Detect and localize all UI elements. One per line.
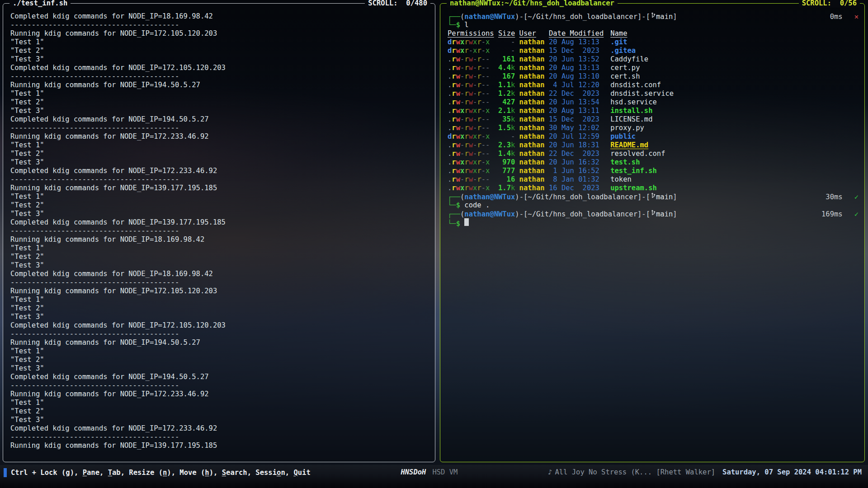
file-row: .rwxrwxr-x777nathan 1 Jun 16:52test_inf.… — [448, 167, 864, 175]
file-row: .rw-rw-r--4.4knathan20 Aug 13:13cert.py — [448, 64, 864, 72]
file-name: LICENSE.md — [608, 115, 864, 124]
session-name: HNSDoH — [401, 468, 426, 477]
keybind-hint-text: Ctrl + Lock (g), Pane, Tab, Resize (n), … — [11, 469, 311, 477]
command-line: └─$ l — [448, 21, 864, 29]
output-line: "Test 1" — [10, 38, 434, 47]
file-name: .gitea — [608, 47, 864, 55]
output-line: "Test 1" — [10, 192, 434, 201]
file-row: .rw-rw-r--1.5knathan30 May 12:02proxy.py — [448, 124, 864, 132]
output-line: Completed kdig commands for NODE_IP=172.… — [10, 64, 434, 72]
file-name: upstream.sh — [608, 184, 864, 192]
file-row: .rw-rw-r--1.4knathan22 Dec 2023resolved.… — [448, 150, 864, 158]
now-playing: ♪All Joy No Stress (K... [Rhett Walker] — [548, 468, 715, 477]
output-line: ---------------------------------------- — [10, 381, 434, 390]
file-row: .rw-rw-r--161nathan20 Jun 13:52Caddyfile — [448, 55, 864, 64]
right-terminal-output[interactable]: ┌──(nathan@NWTux)-[~/Git/hns_doh_loadbal… — [441, 9, 864, 461]
output-line: "Test 2" — [10, 150, 434, 158]
file-name: dnsdist.conf — [608, 81, 864, 89]
status-bar: Ctrl + Lock (g), Pane, Tab, Resize (n), … — [0, 465, 868, 488]
typed-command — [460, 21, 464, 29]
prompt-line: ┌──(nathan@NWTux)-[~/Git/hns_doh_loadbal… — [448, 192, 864, 201]
left-terminal-output[interactable]: Completed kdig commands for NODE_IP=18.1… — [4, 9, 434, 461]
left-pane-title: ./test_inf.sh — [9, 0, 71, 8]
file-name: test_inf.sh — [608, 167, 864, 175]
file-name: Caddyfile — [608, 55, 864, 64]
file-row: drwxrwxr-x-nathan20 Jul 12:59public — [448, 132, 864, 141]
command-ok-icon: ✓ — [854, 193, 859, 201]
mode-indicator-block — [4, 468, 7, 477]
output-line: "Test 1" — [10, 296, 434, 304]
git-branch-icon — [651, 210, 656, 219]
output-line: ---------------------------------------- — [10, 330, 434, 338]
output-line: "Test 2" — [10, 253, 434, 261]
output-line: Running kdig commands for NODE_IP=18.169… — [10, 235, 434, 244]
output-line: "Test 1" — [10, 89, 434, 98]
git-branch-icon — [651, 192, 656, 202]
music-note-icon: ♪ — [548, 468, 552, 476]
tab-name: HSD VM — [432, 468, 458, 477]
output-line: "Test 2" — [10, 98, 434, 107]
clock: Saturday, 07 Sep 2024 04:01:12 PM — [722, 468, 862, 477]
file-row: .rw-rw-r--1.1knathan 4 Jul 12:20dnsdist.… — [448, 81, 864, 89]
command-line: └─$ code . — [448, 201, 864, 210]
file-row: drwxrwxr-x-nathan20 Aug 13:13.git — [448, 38, 864, 47]
file-row: .rw-rw-r--35knathan15 Dec 2023LICENSE.md — [448, 115, 864, 124]
command-duration: 0ms✕ — [830, 13, 859, 21]
output-line: Running kdig commands for NODE_IP=139.17… — [10, 441, 434, 450]
file-name: proxy.py — [608, 124, 864, 132]
output-line: Running kdig commands for NODE_IP=172.23… — [10, 132, 434, 141]
output-line: "Test 3" — [10, 107, 434, 115]
output-line: ---------------------------------------- — [10, 72, 434, 81]
file-row: drwxr-xr-x-nathan15 Dec 2023.gitea — [448, 47, 864, 55]
active-prompt-line[interactable]: └─$ — [448, 218, 864, 227]
output-line: Running kdig commands for NODE_IP=194.50… — [10, 81, 434, 89]
file-name: resolved.conf — [608, 150, 864, 158]
prompt-line: ┌──(nathan@NWTux)-[~/Git/hns_doh_loadbal… — [448, 12, 864, 21]
file-name: README.md — [608, 141, 864, 150]
output-line: Running kdig commands for NODE_IP=172.23… — [10, 390, 434, 399]
command-ok-icon: ✓ — [854, 210, 859, 218]
prompt-user-host: nathan@NWTux — [464, 13, 515, 21]
output-line: ---------------------------------------- — [10, 433, 434, 441]
output-line: Completed kdig commands for NODE_IP=18.1… — [10, 12, 434, 21]
output-line: Completed kdig commands for NODE_IP=194.… — [10, 373, 434, 381]
file-row: .rw-rw-r--427nathan20 Jun 13:54hsd.servi… — [448, 98, 864, 107]
output-line: Completed kdig commands for NODE_IP=172.… — [10, 321, 434, 330]
output-line: "Test 3" — [10, 313, 434, 321]
terminal-cursor — [464, 218, 469, 226]
file-row: .rwxrwxr-x970nathan20 Jun 16:32test.sh — [448, 158, 864, 167]
output-line: Running kdig commands for NODE_IP=139.17… — [10, 184, 434, 192]
output-line: "Test 1" — [10, 141, 434, 150]
output-line: "Test 2" — [10, 201, 434, 210]
file-row: .rw-rw-r--16nathan 8 Jan 01:32token — [448, 175, 864, 184]
typed-command: code . — [464, 201, 490, 210]
file-row: .rwxrwxr-x2.1knathan20 Aug 13:11install.… — [448, 107, 864, 115]
output-line: "Test 1" — [10, 347, 434, 356]
keybind-hints: Ctrl + Lock (g), Pane, Tab, Resize (n), … — [4, 468, 311, 477]
file-name: dnsdist.service — [608, 89, 864, 98]
file-name: cert.sh — [608, 72, 864, 81]
command-duration: 30ms✓ — [826, 193, 859, 202]
file-row: .rw-rw-r--1.2knathan22 Dec 2023dnsdist.s… — [448, 89, 864, 98]
output-line: Completed kdig commands for NODE_IP=172.… — [10, 424, 434, 433]
right-pane-scroll-indicator: SCROLL: 0/56 — [799, 0, 860, 8]
right-pane[interactable]: nathan@NWTux:~/Git/hns_doh_loadbalancer … — [440, 3, 865, 462]
git-branch-name: main — [656, 13, 673, 21]
command-fail-icon: ✕ — [854, 13, 859, 21]
prompt-frame: ┌── — [448, 13, 460, 21]
file-name: public — [608, 132, 864, 141]
prompt-line: ┌──(nathan@NWTux)-[~/Git/hns_doh_loadbal… — [448, 210, 864, 218]
file-name: install.sh — [608, 107, 864, 115]
file-name: test.sh — [608, 158, 864, 167]
output-line: "Test 3" — [10, 158, 434, 167]
output-line: Completed kdig commands for NODE_IP=194.… — [10, 115, 434, 124]
left-pane[interactable]: ./test_inf.sh SCROLL: 0/480 Completed kd… — [3, 3, 435, 462]
file-row: .rw-rw-r--167nathan20 Aug 13:10cert.sh — [448, 72, 864, 81]
output-line: ---------------------------------------- — [10, 278, 434, 287]
git-branch-icon — [651, 12, 656, 21]
output-line: Completed kdig commands for NODE_IP=172.… — [10, 167, 434, 175]
output-line: "Test 2" — [10, 304, 434, 313]
file-name: hsd.service — [608, 98, 864, 107]
output-line: ---------------------------------------- — [10, 21, 434, 29]
output-line: ---------------------------------------- — [10, 175, 434, 184]
